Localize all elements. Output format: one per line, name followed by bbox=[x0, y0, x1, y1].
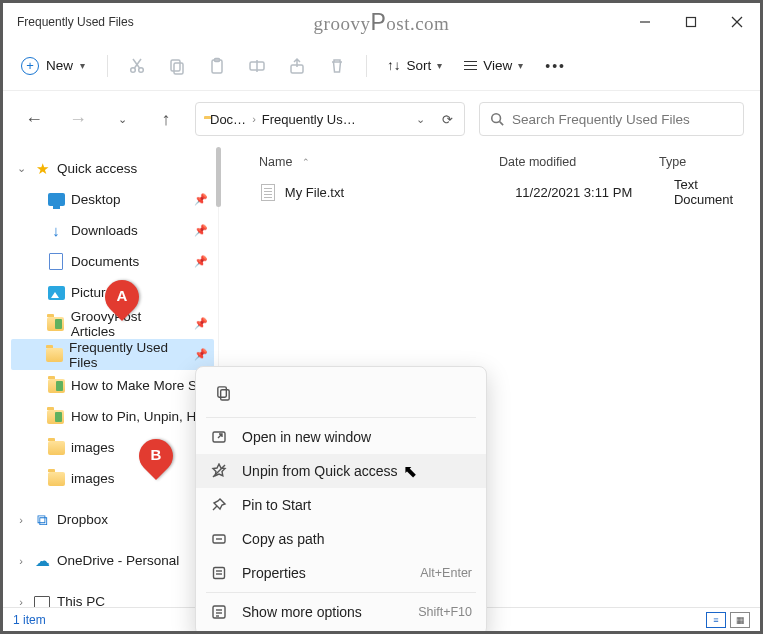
ctx-copy-button[interactable] bbox=[208, 377, 238, 407]
sidebar-item-label: Frequently Used Files bbox=[69, 340, 188, 370]
delete-button[interactable] bbox=[318, 48, 356, 84]
sidebar-item-thispc[interactable]: ›This PC bbox=[11, 586, 214, 607]
sort-icon: ↑↓ bbox=[387, 58, 401, 73]
recent-locations-button[interactable]: ⌄ bbox=[107, 104, 137, 134]
item-count: 1 item bbox=[13, 613, 46, 627]
more-options-button[interactable]: ••• bbox=[535, 53, 576, 79]
quick-access-group[interactable]: ⌄ ★ Quick access bbox=[11, 153, 214, 184]
sidebar-item-label: Downloads bbox=[71, 223, 138, 238]
file-date: 11/22/2021 3:11 PM bbox=[515, 185, 674, 200]
sidebar-item-onedrive[interactable]: ›☁OneDrive - Personal bbox=[11, 545, 214, 576]
ctx-copy-as-path[interactable]: Copy as path bbox=[196, 522, 486, 556]
up-button[interactable]: ↑ bbox=[151, 104, 181, 134]
svg-rect-1 bbox=[687, 18, 696, 27]
pin-icon: 📌 bbox=[194, 317, 208, 330]
view-thumbnails-button[interactable]: ▦ bbox=[730, 612, 750, 628]
search-input[interactable]: Search Frequently Used Files bbox=[479, 102, 744, 136]
back-button[interactable]: ← bbox=[19, 104, 49, 134]
ctx-label: Show more options bbox=[242, 604, 362, 620]
downloads-icon: ↓ bbox=[47, 222, 65, 240]
folder-icon bbox=[46, 346, 63, 364]
column-date[interactable]: Date modified bbox=[499, 155, 659, 169]
column-type[interactable]: Type bbox=[659, 155, 760, 169]
sidebar-item-folder[interactable]: How to Make More Spa bbox=[11, 370, 214, 401]
svg-rect-18 bbox=[220, 389, 229, 399]
ctx-label: Properties bbox=[242, 565, 306, 581]
star-icon: ★ bbox=[33, 160, 51, 178]
ctx-shortcut: Alt+Enter bbox=[420, 566, 472, 580]
search-icon bbox=[490, 112, 504, 126]
ctx-label: Copy as path bbox=[242, 531, 325, 547]
file-row[interactable]: My File.txt 11/22/2021 3:11 PM Text Docu… bbox=[219, 177, 760, 207]
ctx-pin-to-start[interactable]: Pin to Start bbox=[196, 488, 486, 522]
expand-icon[interactable]: › bbox=[15, 596, 27, 608]
minimize-button[interactable] bbox=[622, 3, 668, 41]
sort-button[interactable]: ↑↓ Sort ▾ bbox=[377, 53, 452, 78]
text-file-icon bbox=[259, 183, 277, 201]
menu-separator bbox=[206, 417, 476, 418]
sidebar-item-desktop[interactable]: Desktop📌 bbox=[11, 184, 214, 215]
file-name: My File.txt bbox=[285, 185, 515, 200]
sidebar-item-folder[interactable]: How to Pin, Unpin, Hide bbox=[11, 401, 214, 432]
sidebar-item-downloads[interactable]: ↓Downloads📌 bbox=[11, 215, 214, 246]
ctx-open-new-window[interactable]: Open in new window bbox=[196, 420, 486, 454]
rename-button[interactable] bbox=[238, 48, 276, 84]
paste-button[interactable] bbox=[198, 48, 236, 84]
address-bar[interactable]: Doc… › Frequently Us… ⌄ ⟳ bbox=[195, 102, 465, 136]
view-button[interactable]: View ▾ bbox=[454, 53, 533, 78]
expand-icon[interactable]: › bbox=[15, 514, 27, 526]
column-headers[interactable]: Name⌃ Date modified Type bbox=[219, 147, 760, 177]
ctx-unpin-quick-access[interactable]: Unpin from Quick access bbox=[196, 454, 486, 488]
collapse-icon[interactable]: ⌄ bbox=[15, 162, 27, 175]
maximize-button[interactable] bbox=[668, 3, 714, 41]
titlebar: Frequently Used Files groovyPost.com bbox=[3, 3, 760, 41]
annotation-marker-a: A bbox=[105, 280, 139, 324]
toolbar: + New ▾ ↑↓ Sort ▾ View ▾ ••• bbox=[3, 41, 760, 91]
breadcrumb-segment[interactable]: Frequently Us… bbox=[262, 112, 356, 127]
folder-icon bbox=[47, 439, 65, 457]
sidebar-item-images[interactable]: images bbox=[11, 463, 214, 494]
pin-icon bbox=[210, 496, 228, 514]
chevron-down-icon: ▾ bbox=[437, 60, 442, 71]
pc-icon bbox=[33, 593, 51, 608]
svg-rect-8 bbox=[171, 60, 180, 71]
copy-button[interactable] bbox=[158, 48, 196, 84]
refresh-button[interactable]: ⟳ bbox=[436, 112, 458, 127]
svg-point-15 bbox=[492, 114, 501, 123]
svg-rect-17 bbox=[217, 386, 226, 396]
svg-rect-9 bbox=[174, 63, 183, 74]
folder-icon bbox=[47, 408, 65, 426]
properties-icon bbox=[210, 564, 228, 582]
address-history-button[interactable]: ⌄ bbox=[410, 113, 430, 126]
ctx-label: Open in new window bbox=[242, 429, 371, 445]
onedrive-icon: ☁ bbox=[33, 552, 51, 570]
close-button[interactable] bbox=[714, 3, 760, 41]
chevron-right-icon: › bbox=[252, 113, 256, 125]
ctx-properties[interactable]: Properties Alt+Enter bbox=[196, 556, 486, 590]
sidebar-item-documents[interactable]: Documents📌 bbox=[11, 246, 214, 277]
chevron-down-icon: ▾ bbox=[80, 60, 85, 71]
expand-icon[interactable]: › bbox=[15, 555, 27, 567]
pin-icon: 📌 bbox=[194, 193, 208, 206]
column-name[interactable]: Name bbox=[259, 155, 292, 169]
sidebar-item-dropbox[interactable]: ›⧉Dropbox bbox=[11, 504, 214, 535]
ctx-show-more-options[interactable]: Show more options Shift+F10 bbox=[196, 595, 486, 629]
folder-icon bbox=[47, 377, 65, 395]
sidebar-item-label: OneDrive - Personal bbox=[57, 553, 179, 568]
sidebar-item-label: images bbox=[71, 471, 115, 486]
new-button[interactable]: + New ▾ bbox=[13, 52, 97, 80]
scrollbar-handle[interactable] bbox=[216, 147, 221, 207]
forward-button[interactable]: → bbox=[63, 104, 93, 134]
ctx-label: Unpin from Quick access bbox=[242, 463, 398, 479]
cut-button[interactable] bbox=[118, 48, 156, 84]
share-button[interactable] bbox=[278, 48, 316, 84]
view-label: View bbox=[483, 58, 512, 73]
view-details-button[interactable]: ≡ bbox=[706, 612, 726, 628]
pin-icon: 📌 bbox=[194, 348, 208, 361]
sidebar-item-images[interactable]: images bbox=[11, 432, 214, 463]
sidebar-item-frequently-used[interactable]: Frequently Used Files📌 bbox=[11, 339, 214, 370]
sidebar-item-label: How to Make More Spa bbox=[71, 378, 212, 393]
breadcrumb-segment[interactable]: Doc… bbox=[210, 112, 246, 127]
plus-circle-icon: + bbox=[21, 57, 39, 75]
svg-rect-23 bbox=[214, 568, 225, 579]
